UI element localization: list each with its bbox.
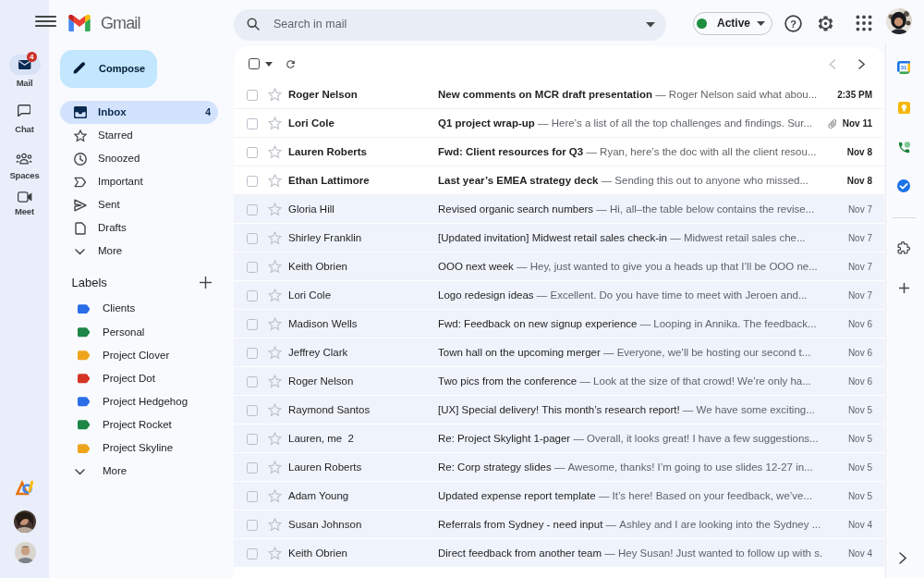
svg-text:31: 31 bbox=[901, 65, 907, 70]
svg-text:?: ? bbox=[790, 18, 796, 29]
